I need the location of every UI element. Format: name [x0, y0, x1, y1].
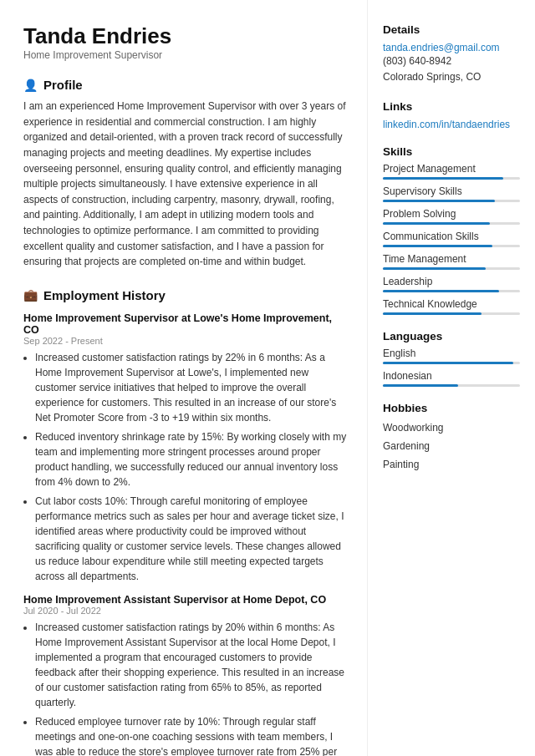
- candidate-job-title: Home Improvement Supervisor: [23, 49, 349, 61]
- skill-label: Problem Solving: [383, 208, 520, 220]
- skill-bar-bg: [383, 200, 520, 202]
- languages-section-title: Languages: [383, 330, 520, 342]
- skill-bar-fill: [383, 267, 486, 270]
- hobby-item: Gardening: [383, 438, 520, 456]
- profile-section-label: Profile: [43, 78, 83, 92]
- skill-bar-fill: [383, 290, 499, 292]
- skill-bar-fill: [383, 177, 503, 180]
- language-bar-fill: [383, 362, 513, 364]
- job-bullets: Increased customer satisfaction ratings …: [23, 350, 349, 584]
- skill-bar-bg: [383, 267, 520, 270]
- phone: (803) 640-8942: [383, 55, 451, 67]
- job-item: Home Improvement Assistant Supervisor at…: [23, 594, 349, 756]
- skill-label: Communication Skills: [383, 231, 520, 242]
- skill-item: Project Management: [383, 163, 520, 180]
- skill-bar-bg: [383, 245, 520, 247]
- employment-icon: 💼: [23, 288, 38, 302]
- language-bar-bg: [383, 362, 520, 364]
- skill-item: Communication Skills: [383, 231, 520, 247]
- language-item: English: [383, 348, 520, 364]
- skill-bar-bg: [383, 177, 520, 180]
- skills-section-title: Skills: [383, 145, 520, 158]
- job-bullet: Cut labor costs 10%: Through careful mon…: [35, 494, 349, 584]
- job-dates: Sep 2022 - Present: [23, 336, 349, 346]
- skill-bar-bg: [383, 222, 520, 225]
- hobby-item: Woodworking: [383, 419, 520, 438]
- skill-label: Leadership: [383, 276, 520, 287]
- linkedin-link[interactable]: linkedin.com/in/tandaendries: [383, 119, 510, 130]
- skill-label: Project Management: [383, 163, 520, 175]
- skill-bar-fill: [383, 200, 495, 202]
- employment-section-label: Employment History: [43, 288, 166, 302]
- job-bullet: Reduced inventory shrinkage rate by 15%:…: [35, 429, 349, 490]
- job-item: Home Improvement Supervisor at Lowe's Ho…: [23, 312, 349, 584]
- skill-item: Supervisory Skills: [383, 185, 520, 202]
- skill-bar-fill: [383, 222, 490, 225]
- job-bullet: Reduced employee turnover rate by 10%: T…: [35, 714, 349, 756]
- language-bar-fill: [383, 384, 458, 387]
- job-dates: Jul 2020 - Jul 2022: [23, 606, 349, 616]
- profile-text: I am an experienced Home Improvement Sup…: [23, 99, 349, 270]
- job-title-name: Home Improvement Assistant Supervisor at…: [23, 594, 349, 606]
- hobbies-section-title: Hobbies: [383, 402, 520, 414]
- language-bar-bg: [383, 384, 520, 387]
- hobby-item: Painting: [383, 456, 520, 474]
- language-item: Indonesian: [383, 370, 520, 387]
- skill-label: Technical Knowledge: [383, 298, 520, 310]
- language-label: English: [383, 348, 520, 359]
- skill-bar-fill: [383, 312, 482, 315]
- skill-label: Supervisory Skills: [383, 185, 520, 197]
- skill-bar-bg: [383, 290, 520, 292]
- skill-item: Time Management: [383, 253, 520, 270]
- location: Colorado Springs, CO: [383, 71, 481, 83]
- details-section-title: Details: [383, 23, 520, 36]
- language-label: Indonesian: [383, 370, 520, 382]
- job-list: Home Improvement Supervisor at Lowe's Ho…: [23, 312, 349, 756]
- job-title-name: Home Improvement Supervisor at Lowe's Ho…: [23, 312, 349, 336]
- links-section-title: Links: [383, 100, 520, 113]
- job-bullet: Increased customer satisfaction ratings …: [35, 350, 349, 425]
- languages-list: EnglishIndonesian: [383, 348, 520, 387]
- profile-icon: 👤: [23, 79, 38, 92]
- hobbies-list: WoodworkingGardeningPainting: [383, 419, 520, 474]
- skill-bar-bg: [383, 312, 520, 315]
- skill-bar-fill: [383, 245, 492, 247]
- skill-item: Problem Solving: [383, 208, 520, 225]
- job-bullet: Increased customer satisfaction ratings …: [35, 620, 349, 710]
- skills-list: Project ManagementSupervisory SkillsProb…: [383, 163, 520, 315]
- email-link[interactable]: tanda.endries@gmail.com: [383, 42, 500, 53]
- candidate-name: Tanda Endries: [23, 23, 349, 49]
- job-bullets: Increased customer satisfaction ratings …: [23, 620, 349, 756]
- skill-item: Technical Knowledge: [383, 298, 520, 315]
- skill-item: Leadership: [383, 276, 520, 292]
- skill-label: Time Management: [383, 253, 520, 265]
